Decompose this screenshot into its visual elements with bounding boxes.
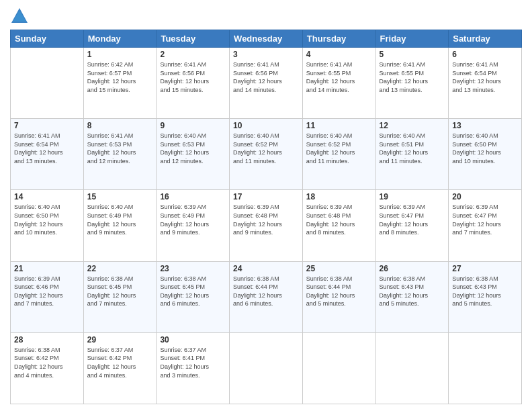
day-number: 28 [14,335,80,345]
day-number: 10 [233,121,299,130]
day-info: Sunrise: 6:38 AM Sunset: 6:43 PM Dayligh… [380,275,445,308]
day-info: Sunrise: 6:39 AM Sunset: 6:46 PM Dayligh… [14,275,80,308]
day-number: 9 [160,121,226,130]
day-info: Sunrise: 6:37 AM Sunset: 6:41 PM Dayligh… [160,346,226,379]
day-number: 26 [380,264,445,273]
calendar-cell: 7Sunrise: 6:41 AM Sunset: 6:54 PM Daylig… [11,119,84,190]
calendar-cell [375,332,449,404]
day-info: Sunrise: 6:38 AM Sunset: 6:45 PM Dayligh… [87,275,153,308]
day-number: 19 [380,192,445,201]
calendar-cell: 14Sunrise: 6:40 AM Sunset: 6:50 PM Dayli… [11,190,84,261]
day-info: Sunrise: 6:41 AM Sunset: 6:55 PM Dayligh… [306,60,372,94]
day-info: Sunrise: 6:41 AM Sunset: 6:55 PM Dayligh… [380,60,445,94]
day-number: 3 [233,50,299,59]
day-info: Sunrise: 6:38 AM Sunset: 6:43 PM Dayligh… [452,275,518,308]
calendar-week-row: 21Sunrise: 6:39 AM Sunset: 6:46 PM Dayli… [11,261,522,332]
svg-marker-1 [13,11,26,21]
day-number: 12 [380,121,445,130]
calendar-cell: 12Sunrise: 6:40 AM Sunset: 6:51 PM Dayli… [375,119,449,190]
day-number: 23 [160,264,226,273]
day-info: Sunrise: 6:40 AM Sunset: 6:51 PM Dayligh… [380,132,445,165]
day-info: Sunrise: 6:38 AM Sunset: 6:44 PM Dayligh… [233,275,299,308]
calendar-cell [449,332,522,404]
calendar-cell: 1Sunrise: 6:42 AM Sunset: 6:57 PM Daylig… [83,48,157,119]
calendar-week-row: 14Sunrise: 6:40 AM Sunset: 6:50 PM Dayli… [11,190,522,261]
day-number: 13 [452,121,518,130]
calendar-day-header: Sunday [11,30,84,48]
day-number: 29 [87,335,153,345]
day-info: Sunrise: 6:38 AM Sunset: 6:45 PM Dayligh… [160,275,226,308]
day-number: 16 [160,192,226,201]
day-info: Sunrise: 6:41 AM Sunset: 6:54 PM Dayligh… [14,132,80,165]
calendar-table: SundayMondayTuesdayWednesdayThursdayFrid… [10,30,522,404]
day-info: Sunrise: 6:39 AM Sunset: 6:47 PM Dayligh… [452,203,518,236]
calendar-cell: 27Sunrise: 6:38 AM Sunset: 6:43 PM Dayli… [449,261,522,332]
day-info: Sunrise: 6:41 AM Sunset: 6:56 PM Dayligh… [160,60,226,94]
calendar-cell: 16Sunrise: 6:39 AM Sunset: 6:49 PM Dayli… [157,190,230,261]
day-info: Sunrise: 6:42 AM Sunset: 6:57 PM Dayligh… [87,60,153,94]
header [10,7,522,26]
calendar-cell: 24Sunrise: 6:38 AM Sunset: 6:44 PM Dayli… [230,261,303,332]
calendar-cell: 17Sunrise: 6:39 AM Sunset: 6:48 PM Dayli… [230,190,303,261]
day-info: Sunrise: 6:39 AM Sunset: 6:48 PM Dayligh… [306,203,372,236]
day-info: Sunrise: 6:40 AM Sunset: 6:52 PM Dayligh… [233,132,299,165]
day-number: 24 [233,264,299,273]
calendar-cell: 28Sunrise: 6:38 AM Sunset: 6:42 PM Dayli… [11,332,84,404]
day-info: Sunrise: 6:39 AM Sunset: 6:48 PM Dayligh… [233,203,299,236]
calendar-cell: 8Sunrise: 6:41 AM Sunset: 6:53 PM Daylig… [83,119,157,190]
day-number: 14 [14,192,80,201]
day-number: 21 [14,264,80,273]
calendar-cell: 29Sunrise: 6:37 AM Sunset: 6:42 PM Dayli… [83,332,157,404]
logo-icon [10,7,29,26]
day-number: 11 [306,121,372,130]
day-info: Sunrise: 6:41 AM Sunset: 6:53 PM Dayligh… [87,132,153,165]
day-info: Sunrise: 6:40 AM Sunset: 6:50 PM Dayligh… [452,132,518,165]
calendar-cell: 5Sunrise: 6:41 AM Sunset: 6:55 PM Daylig… [375,48,449,119]
calendar-day-header: Wednesday [230,30,303,48]
calendar-cell [302,332,375,404]
day-info: Sunrise: 6:40 AM Sunset: 6:52 PM Dayligh… [306,132,372,165]
day-number: 5 [380,50,445,59]
day-info: Sunrise: 6:39 AM Sunset: 6:49 PM Dayligh… [160,203,226,236]
calendar-cell: 18Sunrise: 6:39 AM Sunset: 6:48 PM Dayli… [302,190,375,261]
page: SundayMondayTuesdayWednesdayThursdayFrid… [0,0,532,411]
calendar-cell: 21Sunrise: 6:39 AM Sunset: 6:46 PM Dayli… [11,261,84,332]
day-info: Sunrise: 6:41 AM Sunset: 6:56 PM Dayligh… [233,60,299,94]
logo [10,7,32,26]
calendar-cell [230,332,303,404]
day-info: Sunrise: 6:37 AM Sunset: 6:42 PM Dayligh… [87,346,153,379]
day-number: 18 [306,192,372,201]
day-number: 7 [14,121,80,130]
day-info: Sunrise: 6:40 AM Sunset: 6:49 PM Dayligh… [87,203,153,236]
calendar-header-row: SundayMondayTuesdayWednesdayThursdayFrid… [11,30,522,48]
day-number: 27 [452,264,518,273]
day-info: Sunrise: 6:40 AM Sunset: 6:53 PM Dayligh… [160,132,226,165]
calendar-cell: 9Sunrise: 6:40 AM Sunset: 6:53 PM Daylig… [157,119,230,190]
calendar-cell: 6Sunrise: 6:41 AM Sunset: 6:54 PM Daylig… [449,48,522,119]
day-number: 15 [87,192,153,201]
calendar-cell: 22Sunrise: 6:38 AM Sunset: 6:45 PM Dayli… [83,261,157,332]
day-info: Sunrise: 6:41 AM Sunset: 6:54 PM Dayligh… [452,60,518,94]
day-number: 6 [452,50,518,59]
day-number: 4 [306,50,372,59]
calendar-cell [11,48,84,119]
calendar-cell: 15Sunrise: 6:40 AM Sunset: 6:49 PM Dayli… [83,190,157,261]
calendar-cell: 23Sunrise: 6:38 AM Sunset: 6:45 PM Dayli… [157,261,230,332]
day-number: 17 [233,192,299,201]
calendar-cell: 13Sunrise: 6:40 AM Sunset: 6:50 PM Dayli… [449,119,522,190]
calendar-cell: 20Sunrise: 6:39 AM Sunset: 6:47 PM Dayli… [449,190,522,261]
day-info: Sunrise: 6:39 AM Sunset: 6:47 PM Dayligh… [380,203,445,236]
calendar-day-header: Friday [375,30,449,48]
day-number: 22 [87,264,153,273]
day-info: Sunrise: 6:40 AM Sunset: 6:50 PM Dayligh… [14,203,80,236]
calendar-cell: 10Sunrise: 6:40 AM Sunset: 6:52 PM Dayli… [230,119,303,190]
day-number: 2 [160,50,226,59]
day-number: 20 [452,192,518,201]
calendar-cell: 2Sunrise: 6:41 AM Sunset: 6:56 PM Daylig… [157,48,230,119]
day-number: 1 [87,50,153,59]
day-number: 30 [160,335,226,345]
day-info: Sunrise: 6:38 AM Sunset: 6:44 PM Dayligh… [306,275,372,308]
day-number: 8 [87,121,153,130]
calendar-cell: 25Sunrise: 6:38 AM Sunset: 6:44 PM Dayli… [302,261,375,332]
calendar-cell: 26Sunrise: 6:38 AM Sunset: 6:43 PM Dayli… [375,261,449,332]
